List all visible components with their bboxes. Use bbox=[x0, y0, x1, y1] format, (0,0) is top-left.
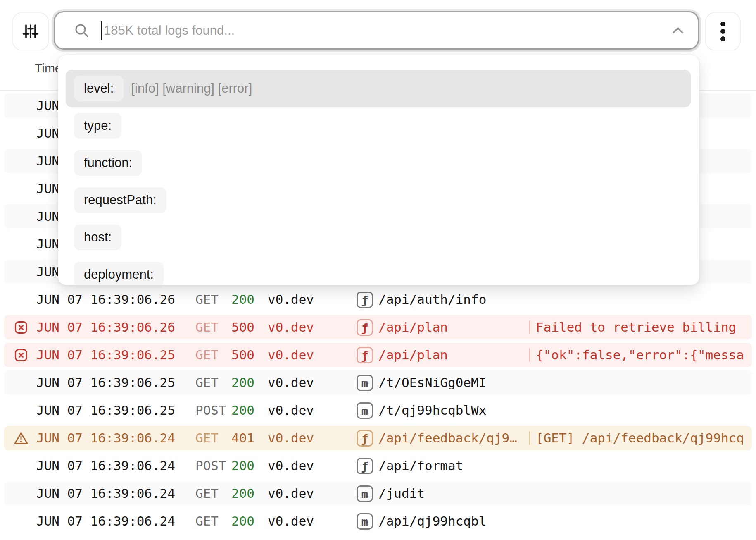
function-icon: ƒ bbox=[357, 458, 373, 474]
suggestion-label: function: bbox=[74, 150, 142, 176]
search-placeholder: 185K total logs found... bbox=[104, 23, 666, 38]
log-message: Failed to retrieve billing bbox=[536, 313, 756, 341]
sliders-icon bbox=[21, 22, 40, 41]
suggestion-item[interactable]: function: bbox=[66, 144, 691, 182]
log-message: {"ok":false,"error":{"messa bbox=[536, 341, 756, 369]
chevron-up-icon bbox=[671, 26, 685, 35]
log-path: /api/qj99hcqbl bbox=[378, 507, 486, 535]
log-timestamp: JUN 07 16:39:06.24 bbox=[36, 424, 175, 452]
log-timestamp: JUN 07 16:39:06.25 bbox=[36, 397, 175, 424]
suggestion-item[interactable]: deployment: bbox=[66, 256, 691, 285]
log-path: /t/OEsNiGg0eMI bbox=[378, 369, 486, 397]
log-method: GET bbox=[195, 424, 219, 452]
magnifier-icon bbox=[74, 22, 90, 39]
log-row[interactable]: JUN 07 16:39:06.25 POST 200 v0.dev m /t/… bbox=[0, 397, 756, 424]
toolbar: 185K total logs found... bbox=[0, 0, 756, 53]
log-method: POST bbox=[195, 452, 226, 480]
log-timestamp: JUN 07 16:39:06.25 bbox=[36, 369, 175, 397]
log-row[interactable]: JUN 07 16:39:06.24 GET 200 v0.dev m /api… bbox=[0, 507, 756, 535]
log-status: 500 bbox=[231, 341, 254, 369]
log-message: [GET] /api/feedback/qj99hcq bbox=[536, 424, 756, 452]
log-host: v0.dev bbox=[268, 452, 314, 480]
more-options-button[interactable] bbox=[705, 12, 741, 50]
log-message-divider bbox=[529, 320, 530, 334]
log-timestamp: JUN 07 16:39:06.24 bbox=[36, 452, 175, 480]
log-timestamp: JUN 07 16:39:06.26 bbox=[36, 313, 175, 341]
error-icon bbox=[14, 349, 28, 362]
text-caret bbox=[101, 21, 102, 40]
log-path: /api/plan bbox=[378, 313, 448, 341]
log-message-divider bbox=[529, 348, 530, 362]
log-row[interactable]: JUN 07 16:39:06.26 GET 500 v0.dev ƒ /api… bbox=[0, 313, 756, 341]
kebab-menu-icon bbox=[720, 21, 726, 42]
function-icon: ƒ bbox=[357, 430, 373, 447]
log-row[interactable]: JUN 07 16:39:06.24 GET 200 v0.dev m /jud… bbox=[0, 480, 756, 507]
log-method: GET bbox=[195, 507, 219, 535]
log-timestamp: JUN bbox=[36, 175, 59, 203]
log-row[interactable]: JUN 07 16:39:06.25 GET 500 v0.dev ƒ /api… bbox=[0, 341, 756, 369]
search-suggestions-panel: level: [info] [warning] [error] type: fu… bbox=[58, 55, 699, 285]
log-timestamp: JUN 07 16:39:06.24 bbox=[36, 480, 175, 507]
log-method: GET bbox=[195, 369, 219, 397]
log-row[interactable]: JUN 07 16:39:06.24 GET 401 v0.dev ƒ /api… bbox=[0, 424, 756, 452]
log-path: /api/format bbox=[378, 452, 463, 480]
suggestion-label: host: bbox=[74, 225, 121, 250]
suggestion-label: level: bbox=[74, 76, 124, 101]
filter-button[interactable] bbox=[12, 12, 49, 50]
log-method: GET bbox=[195, 313, 219, 341]
middleware-icon: m bbox=[357, 375, 373, 391]
log-timestamp: JUN bbox=[36, 92, 59, 119]
log-timestamp: JUN 07 16:39:06.26 bbox=[36, 286, 175, 313]
log-method: GET bbox=[195, 286, 219, 313]
collapse-suggestions-button[interactable] bbox=[666, 19, 689, 42]
function-icon: ƒ bbox=[357, 292, 373, 308]
log-message-divider bbox=[529, 431, 530, 445]
log-path: /api/auth/info bbox=[378, 286, 486, 313]
log-row[interactable]: JUN 07 16:39:06.25 GET 200 v0.dev m /t/O… bbox=[0, 369, 756, 397]
suggestion-item[interactable]: host: bbox=[66, 219, 691, 256]
log-host: v0.dev bbox=[268, 480, 314, 507]
middleware-icon: m bbox=[357, 513, 373, 530]
log-timestamp: JUN bbox=[36, 230, 59, 258]
log-status: 200 bbox=[231, 480, 254, 507]
search-input[interactable]: 185K total logs found... bbox=[54, 11, 699, 50]
suggestion-label: deployment: bbox=[74, 262, 164, 285]
suggestion-label: requestPath: bbox=[74, 187, 166, 213]
log-host: v0.dev bbox=[268, 507, 314, 535]
suggestion-item[interactable]: level: [info] [warning] [error] bbox=[66, 70, 691, 107]
suggestion-hint: [info] [warning] [error] bbox=[131, 81, 252, 96]
error-icon bbox=[14, 321, 28, 334]
log-path: /judit bbox=[378, 480, 425, 507]
log-status: 500 bbox=[231, 313, 254, 341]
suggestion-item[interactable]: type: bbox=[66, 107, 691, 144]
function-icon: ƒ bbox=[357, 319, 373, 336]
log-path: /api/plan bbox=[378, 341, 448, 369]
suggestions-list: level: [info] [warning] [error] type: fu… bbox=[58, 70, 699, 285]
log-row[interactable]: JUN 07 16:39:06.26 GET 200 v0.dev ƒ /api… bbox=[0, 286, 756, 313]
function-icon: ƒ bbox=[357, 347, 373, 363]
warning-icon bbox=[14, 432, 29, 445]
log-timestamp: JUN bbox=[36, 258, 59, 286]
log-status: 200 bbox=[231, 397, 254, 424]
log-status: 200 bbox=[231, 507, 254, 535]
log-status: 200 bbox=[231, 286, 254, 313]
log-timestamp: JUN bbox=[36, 147, 59, 175]
logs-viewer: 185K total logs found... Time bbox=[0, 0, 756, 540]
log-status: 401 bbox=[231, 424, 254, 452]
log-host: v0.dev bbox=[268, 369, 314, 397]
log-timestamp: JUN bbox=[36, 119, 59, 147]
log-timestamp: JUN 07 16:39:06.25 bbox=[36, 341, 175, 369]
log-host: v0.dev bbox=[268, 424, 314, 452]
suggestion-item[interactable]: requestPath: bbox=[66, 182, 691, 219]
log-method: GET bbox=[195, 480, 219, 507]
log-method: GET bbox=[195, 341, 219, 369]
log-row[interactable]: JUN 07 16:39:06.24 POST 200 v0.dev ƒ /ap… bbox=[0, 452, 756, 480]
log-method: POST bbox=[195, 397, 226, 424]
log-timestamp: JUN 07 16:39:06.24 bbox=[36, 507, 175, 535]
log-timestamp: JUN bbox=[36, 203, 59, 230]
log-host: v0.dev bbox=[268, 313, 314, 341]
middleware-icon: m bbox=[357, 402, 373, 419]
log-path: /api/feedback/qj9… bbox=[378, 424, 517, 452]
log-path: /t/qj99hcqblWx bbox=[378, 397, 486, 424]
log-host: v0.dev bbox=[268, 397, 314, 424]
